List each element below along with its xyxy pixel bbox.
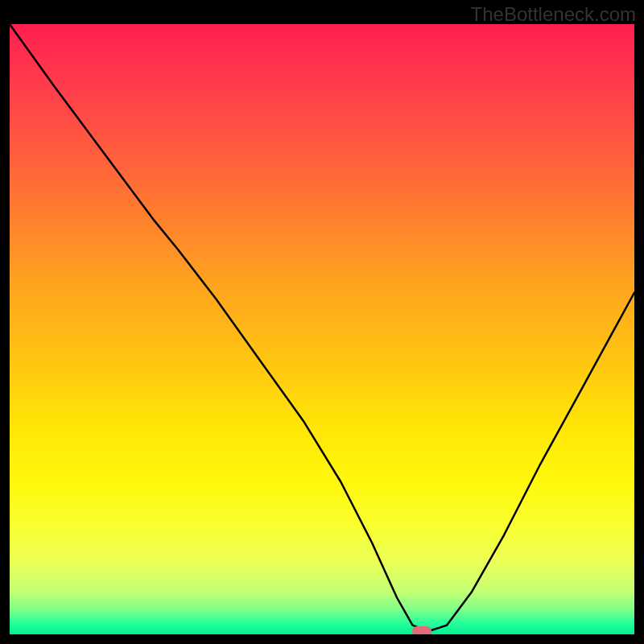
bottleneck-curve [10,24,634,634]
axis-bottom [0,634,644,644]
watermark-text: TheBottleneck.com [471,3,636,26]
axis-left [0,0,10,644]
plot-area [10,24,634,634]
